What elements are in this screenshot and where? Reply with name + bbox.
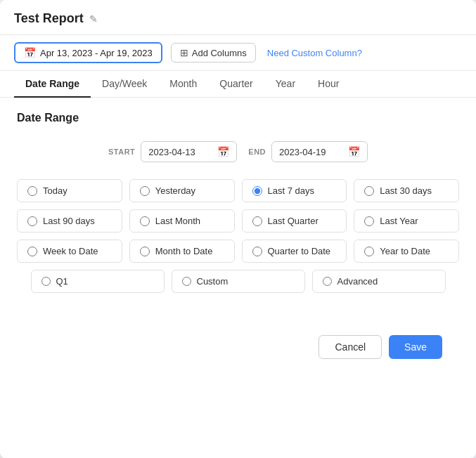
radio-year-to-date[interactable] — [364, 247, 374, 256]
cancel-button[interactable]: Cancel — [319, 335, 382, 359]
tab-hour[interactable]: Hour — [307, 71, 350, 98]
content: Date Range START 📅 END 📅 — [0, 98, 476, 387]
option-custom-label: Custom — [197, 276, 229, 287]
tab-date-range[interactable]: Date Range — [14, 71, 91, 98]
option-q1-label: Q1 — [56, 276, 68, 287]
radio-q1[interactable] — [41, 277, 51, 286]
end-field-group: END 📅 — [248, 141, 368, 162]
start-date-input[interactable] — [148, 147, 212, 157]
save-button[interactable]: Save — [389, 335, 442, 359]
radio-yesterday[interactable] — [140, 186, 150, 196]
radio-last7[interactable] — [252, 186, 262, 196]
option-advanced-label: Advanced — [337, 276, 378, 287]
options-row-3: Week to Date Month to Date Quarter to Da… — [17, 240, 459, 263]
radio-custom[interactable] — [182, 277, 191, 286]
option-custom[interactable]: Custom — [172, 270, 305, 293]
options-grid: Today Yesterday Last 7 days Last 30 days — [17, 179, 459, 293]
option-last90[interactable]: Last 90 days — [17, 209, 122, 233]
date-range-label: Apr 13, 2023 - Apr 19, 2023 — [40, 48, 153, 58]
add-columns-button[interactable]: ⊞ Add Columns — [171, 43, 256, 63]
title-bar: Test Report ✎ — [0, 0, 476, 35]
start-field-group: START 📅 — [108, 141, 237, 162]
radio-last-month[interactable] — [140, 216, 150, 226]
start-input-wrapper: 📅 — [141, 141, 237, 162]
options-row-2: Last 90 days Last Month Last Quarter Las… — [17, 209, 459, 233]
option-quarter-to-date-label: Quarter to Date — [268, 246, 331, 256]
option-last30[interactable]: Last 30 days — [354, 179, 459, 202]
option-q1[interactable]: Q1 — [31, 270, 165, 293]
start-calendar-icon[interactable]: 📅 — [217, 146, 229, 157]
option-year-to-date-label: Year to Date — [380, 246, 430, 256]
option-last7[interactable]: Last 7 days — [242, 179, 347, 202]
end-date-input[interactable] — [279, 147, 342, 157]
end-label: END — [248, 148, 266, 156]
option-last-month-label: Last Month — [155, 216, 200, 226]
option-last-quarter-label: Last Quarter — [268, 216, 319, 226]
option-today-label: Today — [43, 185, 67, 196]
add-columns-label: Add Columns — [192, 48, 247, 58]
option-last30-label: Last 30 days — [380, 185, 432, 196]
option-month-to-date[interactable]: Month to Date — [129, 240, 235, 263]
tab-quarter[interactable]: Quarter — [208, 71, 264, 98]
date-inputs: START 📅 END 📅 — [17, 141, 459, 162]
radio-advanced[interactable] — [323, 277, 332, 286]
section-title: Date Range — [17, 112, 459, 124]
page-title: Test Report — [14, 11, 84, 26]
option-quarter-to-date[interactable]: Quarter to Date — [242, 240, 347, 263]
option-today[interactable]: Today — [17, 179, 122, 202]
option-last90-label: Last 90 days — [43, 216, 95, 226]
option-month-to-date-label: Month to Date — [155, 246, 213, 256]
add-icon: ⊞ — [180, 47, 188, 58]
radio-today[interactable] — [27, 186, 37, 196]
option-last7-label: Last 7 days — [268, 185, 315, 196]
radio-last30[interactable] — [364, 186, 374, 196]
option-year-to-date[interactable]: Year to Date — [354, 240, 459, 263]
footer: Cancel Save — [17, 321, 459, 373]
end-input-wrapper: 📅 — [271, 141, 368, 162]
radio-quarter-to-date[interactable] — [252, 247, 262, 256]
option-last-year[interactable]: Last Year — [354, 209, 459, 233]
radio-last-year[interactable] — [364, 216, 374, 226]
radio-month-to-date[interactable] — [140, 247, 150, 256]
end-calendar-icon[interactable]: 📅 — [348, 146, 360, 157]
window: Test Report ✎ 📅 Apr 13, 2023 - Apr 19, 2… — [0, 0, 476, 458]
option-last-month[interactable]: Last Month — [129, 209, 235, 233]
radio-last90[interactable] — [27, 216, 37, 226]
calendar-icon: 📅 — [24, 47, 36, 58]
option-last-year-label: Last Year — [380, 216, 418, 226]
toolbar: 📅 Apr 13, 2023 - Apr 19, 2023 ⊞ Add Colu… — [0, 35, 476, 71]
custom-column-link[interactable]: Need Custom Column? — [267, 48, 362, 58]
option-advanced[interactable]: Advanced — [312, 270, 446, 293]
start-label: START — [108, 148, 135, 156]
tab-day-week[interactable]: Day/Week — [91, 71, 158, 98]
options-row-narrow: Q1 Custom Advanced — [17, 270, 459, 293]
option-yesterday-label: Yesterday — [155, 185, 195, 196]
tab-year[interactable]: Year — [264, 71, 307, 98]
radio-last-quarter[interactable] — [252, 216, 262, 226]
date-range-button[interactable]: 📅 Apr 13, 2023 - Apr 19, 2023 — [14, 42, 162, 63]
options-row-1: Today Yesterday Last 7 days Last 30 days — [17, 179, 459, 202]
option-week-to-date[interactable]: Week to Date — [17, 240, 122, 263]
tabs: Date Range Day/Week Month Quarter Year H… — [0, 71, 476, 98]
edit-icon[interactable]: ✎ — [89, 13, 98, 25]
option-yesterday[interactable]: Yesterday — [129, 179, 235, 202]
option-last-quarter[interactable]: Last Quarter — [242, 209, 347, 233]
option-week-to-date-label: Week to Date — [43, 246, 98, 256]
tab-month[interactable]: Month — [158, 71, 208, 98]
radio-week-to-date[interactable] — [27, 247, 37, 256]
